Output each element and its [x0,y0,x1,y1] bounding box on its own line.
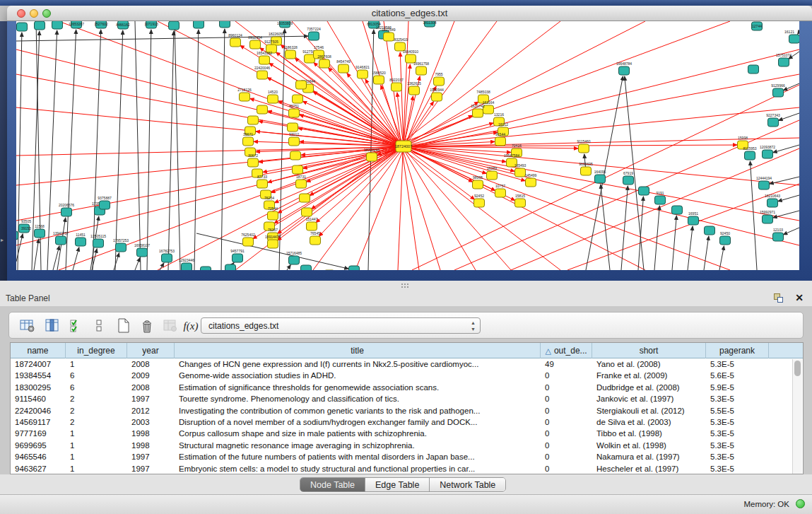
yellow-node[interactable] [392,83,402,91]
table-cell[interactable]: 49 [541,358,592,370]
teal-node[interactable] [763,150,773,158]
yellow-node[interactable] [248,158,259,167]
table-cell[interactable]: Tibbo et al. (1998) [592,428,706,439]
table-cell[interactable]: Estimation of significance thresholds fo… [175,382,541,393]
table-cell[interactable]: 2 [66,405,127,416]
table-cell[interactable]: 1998 [127,428,175,439]
table-row[interactable]: 946554611997Estimation of the future num… [11,451,803,462]
black-edge[interactable] [773,211,799,218]
black-edge[interactable] [672,216,676,270]
yellow-node[interactable] [288,123,298,132]
tab-node-table[interactable]: Node Table [300,478,365,491]
teal-node[interactable] [52,21,63,29]
teal-node[interactable] [93,239,104,247]
table-cell[interactable]: 2009 [127,370,175,381]
table-cell[interactable]: 1 [66,451,127,462]
select-columns-icon[interactable] [67,317,87,335]
yellow-node[interactable] [432,93,442,101]
yellow-node[interactable] [293,95,303,103]
table-cell[interactable]: 0 [541,440,592,451]
column-header-year[interactable]: year [127,343,175,358]
yellow-node[interactable] [259,56,270,64]
teal-node[interactable] [56,236,66,245]
yellow-node[interactable] [289,137,300,146]
yellow-node[interactable] [310,236,321,245]
black-edge[interactable] [688,226,693,270]
table-cell[interactable]: de Silva et al. (2003) [592,416,706,428]
yellow-node[interactable] [250,40,261,49]
black-edge[interactable] [135,257,140,270]
tab-network-table[interactable]: Network Table [430,478,505,491]
yellow-node[interactable] [374,76,384,84]
table-cell[interactable]: 1998 [127,440,175,451]
yellow-node[interactable] [307,222,317,230]
divider-grip-icon[interactable] [401,283,409,288]
table-cell[interactable]: 5.3E-5 [706,416,769,428]
table-cell[interactable]: 1 [66,358,127,370]
table-cell[interactable]: 14569117 [11,416,66,428]
panel-divider[interactable] [0,281,812,291]
yellow-node[interactable] [319,59,330,68]
teal-node[interactable] [672,206,683,214]
table-cell[interactable]: Structural magnetic resonance image aver… [175,440,541,451]
table-cell[interactable]: 5.9E-5 [706,382,769,393]
red-edge[interactable] [260,48,404,146]
yellow-node[interactable] [268,211,278,220]
yellow-node[interactable] [483,105,494,114]
black-edge[interactable] [287,265,290,270]
table-cell[interactable]: 0 [541,382,592,393]
table-row[interactable]: 977716911998Corpus callosum shape and si… [11,428,803,439]
table-cell[interactable]: Yano et al. (2008) [592,358,706,370]
table-cell[interactable]: Corpus callosum shape and size in male p… [175,428,541,439]
teal-node[interactable] [655,196,666,204]
delete-table-icon[interactable] [137,317,157,335]
table-cell[interactable]: 0 [541,451,592,462]
teal-node[interactable] [779,58,789,66]
black-edge[interactable] [621,186,628,270]
scrollbar-thumb[interactable] [794,361,801,376]
yellow-node[interactable] [581,167,592,175]
black-edge[interactable] [53,246,59,270]
yellow-node[interactable] [495,137,506,146]
teal-node[interactable] [789,35,800,43]
network-canvas[interactable]: 1065328715276028466162107191316053809735… [16,21,799,270]
black-edge[interactable] [704,236,709,270]
table-cell[interactable]: Hescheler et al. (1997) [592,463,706,474]
float-window-icon[interactable] [774,293,784,303]
vertical-scrollbar[interactable] [792,359,802,474]
yellow-node[interactable] [296,81,307,89]
yellow-node[interactable] [579,144,589,153]
table-cell[interactable]: 1997 [127,463,175,474]
teal-node[interactable] [767,199,778,207]
red-edge[interactable] [310,146,404,195]
table-settings-icon[interactable] [18,317,37,335]
table-cell[interactable]: 2003 [127,416,175,428]
black-edge[interactable] [783,83,799,90]
black-edge[interactable] [114,253,119,270]
black-edge[interactable] [175,21,180,270]
teal-node[interactable] [309,32,319,40]
column-header-name[interactable]: name [11,343,66,358]
black-edge[interactable] [778,195,799,201]
column-header-title[interactable]: title [175,343,541,358]
teal-node[interactable] [595,175,606,183]
table-cell[interactable]: 9777169 [11,428,66,439]
yellow-node[interactable] [286,50,296,59]
table-row[interactable]: 1938455462009Genome-wide association stu… [11,370,803,381]
yellow-node[interactable] [293,165,303,174]
table-cell[interactable]: 18300295 [11,382,66,393]
teal-node[interactable] [773,233,784,241]
table-cell[interactable]: 0 [541,370,592,381]
function-builder-icon[interactable]: f(x) [181,317,201,335]
black-edge[interactable] [168,31,174,270]
teal-node[interactable] [35,229,45,238]
black-edge[interactable] [221,29,225,270]
citation-network-graph[interactable]: 1065328715276028466162107191316053809735… [16,21,799,270]
teal-node[interactable] [17,23,28,31]
yellow-node[interactable] [515,168,526,177]
table-cell[interactable]: Disruption of a novel member of a sodium… [175,416,541,428]
yellow-node[interactable] [248,116,259,124]
yellow-node[interactable] [367,153,377,161]
teal-node[interactable] [137,248,148,257]
teal-node[interactable] [225,264,236,270]
